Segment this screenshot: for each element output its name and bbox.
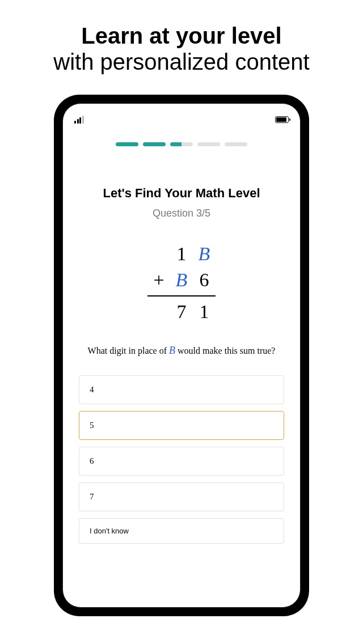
progress-segment <box>116 142 138 146</box>
status-bar <box>63 108 300 131</box>
signal-icon <box>74 116 84 124</box>
answer-option[interactable]: 7 <box>79 482 284 511</box>
progress-bar <box>63 142 300 146</box>
quiz-subtitle: Question 3/5 <box>153 207 210 219</box>
progress-segment <box>197 142 220 146</box>
progress-segment <box>170 142 193 146</box>
answer-option[interactable]: 4 <box>79 375 284 404</box>
marketing-headline: Learn at your level with personalized co… <box>53 23 309 75</box>
headline-light: with personalized content <box>53 49 309 75</box>
progress-segment <box>143 142 166 146</box>
math-problem: 1 B + B 6 7 1 <box>147 241 216 325</box>
answer-option[interactable]: 6 <box>79 447 284 476</box>
answer-dont-know[interactable]: I don't know <box>79 518 284 544</box>
math-line <box>147 295 216 296</box>
answer-option[interactable]: 5 <box>79 411 284 440</box>
answer-list: 4 5 6 7 I don't know <box>79 375 284 544</box>
phone-mockup-frame: Let's Find Your Math Level Question 3/5 … <box>54 95 309 616</box>
quiz-title: Let's Find Your Math Level <box>103 186 260 201</box>
battery-icon <box>275 116 289 123</box>
question-text: What digit in place of B would make this… <box>88 343 276 358</box>
quiz-content: Let's Find Your Math Level Question 3/5 … <box>63 146 300 607</box>
phone-screen: Let's Find Your Math Level Question 3/5 … <box>62 103 301 608</box>
headline-bold: Learn at your level <box>53 23 309 49</box>
progress-segment <box>225 142 247 146</box>
